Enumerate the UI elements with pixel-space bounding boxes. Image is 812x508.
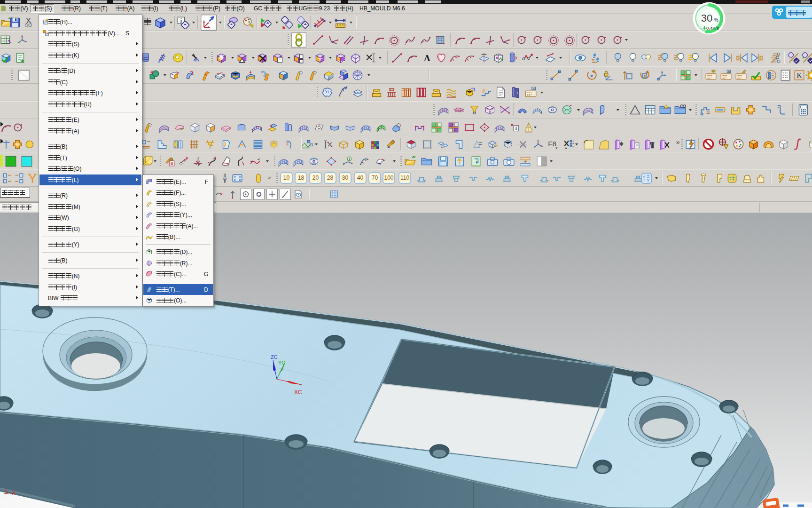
svg-text:F8: F8 (548, 140, 556, 148)
svg-text:XC: XC (294, 389, 302, 396)
svg-text:A: A (424, 54, 430, 63)
svg-text:-X: -X (10, 489, 16, 496)
svg-text:30: 30 (701, 12, 712, 24)
svg-text:K: K (797, 71, 802, 79)
svg-text:YC: YC (278, 360, 285, 365)
svg-text:i: i (515, 126, 517, 131)
svg-text:»: » (268, 175, 271, 180)
svg-text:0.4K/s: 0.4K/s (706, 25, 719, 31)
svg-text:ZC: ZC (271, 354, 278, 360)
svg-text:»: » (676, 138, 680, 146)
svg-text:¤: ¤ (310, 141, 313, 150)
svg-text:%: % (714, 17, 718, 23)
